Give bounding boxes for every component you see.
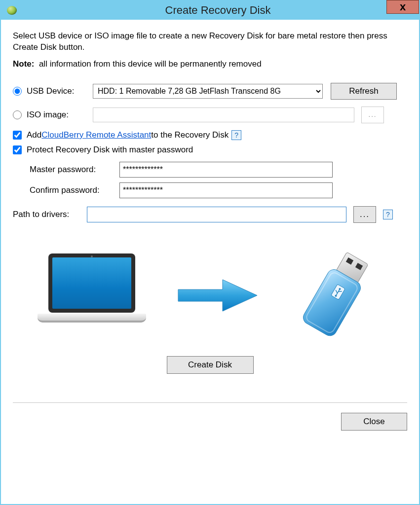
- footer: Close: [13, 413, 407, 431]
- master-password-label: Master password:: [30, 165, 119, 175]
- iso-image-row: ISO image: ...: [13, 107, 407, 123]
- add-assistant-checkbox[interactable]: [13, 131, 22, 140]
- add-assistant-prefix: Add: [27, 130, 41, 140]
- graphic-illustration: [13, 244, 407, 347]
- dialog-content: Select USB device or ISO image file to c…: [1, 20, 419, 504]
- drivers-label: Path to drivers:: [13, 210, 87, 219]
- intro-text: Select USB device or ISO image file to c…: [13, 31, 407, 53]
- create-row: Create Disk: [13, 356, 407, 374]
- master-password-input[interactable]: [119, 162, 333, 178]
- iso-image-radio[interactable]: [13, 110, 22, 119]
- iso-image-input[interactable]: [93, 108, 354, 122]
- cloudberry-link[interactable]: CloudBerry Remote Assistant: [41, 130, 151, 140]
- close-icon: x: [400, 0, 406, 13]
- usb-device-label: USB Device:: [27, 86, 93, 96]
- help-icon[interactable]: ?: [383, 210, 393, 219]
- note-text: all information from this device will be…: [39, 59, 262, 69]
- confirm-password-row: Confirm password:: [30, 182, 407, 198]
- confirm-password-label: Confirm password:: [30, 185, 119, 195]
- laptop-icon: [38, 253, 146, 337]
- usb-drive-icon: [289, 249, 383, 342]
- drivers-browse-button[interactable]: ...: [353, 206, 376, 223]
- create-disk-button[interactable]: Create Disk: [167, 356, 254, 374]
- drivers-row: Path to drivers: ... ?: [13, 206, 407, 223]
- confirm-password-input[interactable]: [119, 182, 333, 198]
- iso-browse-button[interactable]: ...: [361, 107, 384, 123]
- iso-image-label: ISO image:: [27, 110, 93, 120]
- app-icon: [7, 6, 17, 15]
- usb-device-radio[interactable]: [13, 87, 22, 96]
- drivers-input[interactable]: [87, 207, 346, 222]
- arrow-icon: [176, 276, 260, 315]
- master-password-row: Master password:: [30, 162, 407, 178]
- protect-label: Protect Recovery Disk with master passwo…: [27, 145, 193, 155]
- usb-device-row: USB Device: HDD: 1 Removable 7,28 GB Jet…: [13, 83, 407, 100]
- note-line: Note: all information from this device w…: [13, 59, 407, 69]
- add-assistant-row: Add CloudBerry Remote Assistant to the R…: [13, 130, 407, 140]
- titlebar[interactable]: Create Recovery Disk x: [1, 1, 419, 20]
- close-button[interactable]: Close: [341, 413, 407, 431]
- help-icon[interactable]: ?: [231, 130, 241, 140]
- window-frame: Create Recovery Disk x Select USB device…: [0, 0, 420, 505]
- add-assistant-suffix: to the Recovery Disk: [151, 130, 229, 140]
- window-close-button[interactable]: x: [386, 0, 419, 14]
- window-title: Create Recovery Disk: [17, 4, 419, 17]
- divider: [13, 402, 407, 403]
- protect-checkbox[interactable]: [13, 145, 22, 154]
- refresh-button[interactable]: Refresh: [331, 83, 397, 100]
- protect-row: Protect Recovery Disk with master passwo…: [13, 145, 407, 155]
- note-label: Note:: [13, 59, 34, 69]
- usb-device-select[interactable]: HDD: 1 Removable 7,28 GB JetFlash Transc…: [93, 84, 323, 99]
